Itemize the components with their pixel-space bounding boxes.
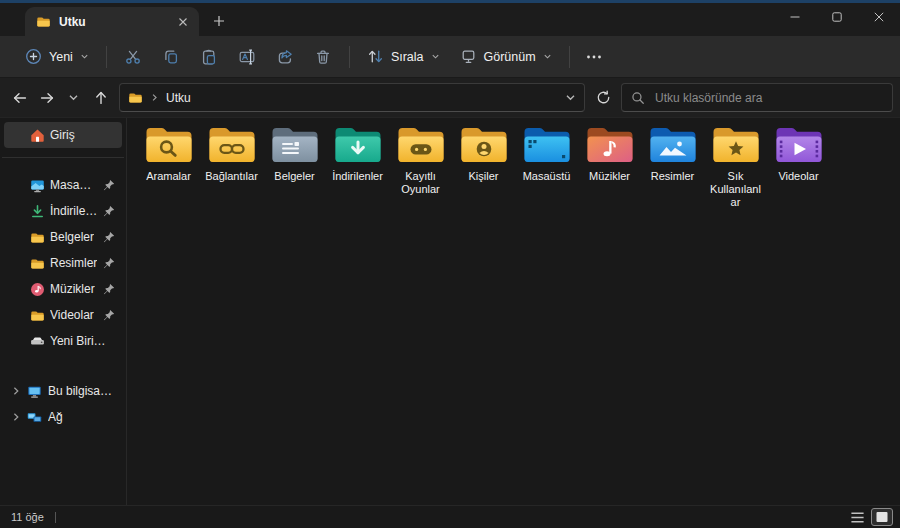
arrow-left-icon — [12, 90, 28, 106]
address-dropdown-icon[interactable] — [565, 92, 576, 103]
search-input[interactable] — [653, 90, 883, 106]
file-explorer-window: Utku Yeni — [0, 0, 900, 528]
separator — [106, 46, 107, 68]
sidebar-item-ag[interactable]: Ağ — [4, 404, 122, 430]
refresh-button[interactable] — [589, 83, 618, 112]
chevron-down-icon — [431, 52, 440, 61]
sidebar-item-videolar[interactable]: Videolar — [4, 302, 122, 328]
folder-icon — [128, 90, 143, 105]
desktop-icon — [30, 178, 45, 193]
view-toggle-group — [846, 508, 893, 526]
view-icon — [460, 48, 477, 65]
recent-locations-button[interactable] — [60, 84, 87, 112]
large-icons-view-button[interactable] — [871, 508, 893, 526]
sidebar-item-yeni-birim-d[interactable]: Yeni Birim (D:) — [4, 328, 122, 354]
more-options-button[interactable] — [577, 40, 611, 74]
sidebar-item-label: Masaüstü — [50, 178, 98, 192]
breadcrumb-chevron-icon — [150, 93, 159, 102]
back-button[interactable] — [6, 84, 33, 112]
close-button[interactable] — [858, 0, 900, 33]
details-view-button[interactable] — [846, 508, 868, 526]
expand-chevron[interactable] — [11, 386, 21, 396]
sidebar-item-label: Yeni Birim (D:) — [50, 334, 115, 348]
up-button[interactable] — [87, 84, 114, 112]
rename-button[interactable] — [228, 40, 266, 74]
copy-button[interactable] — [152, 40, 190, 74]
file-item-sik-kullanilanlar[interactable]: Sık Kullanılanlar — [704, 121, 767, 209]
breadcrumb[interactable]: Utku — [166, 91, 191, 105]
address-bar[interactable]: Utku — [119, 83, 585, 112]
sidebar-item-label: Bu bilgisayar — [48, 384, 115, 398]
file-item-indirilenler[interactable]: İndirilenler — [326, 121, 389, 183]
muzikler-folder-icon — [586, 121, 634, 169]
sidebar-item-masaustu[interactable]: Masaüstü — [4, 172, 122, 198]
close-icon — [874, 12, 884, 22]
paste-icon — [200, 48, 218, 66]
file-item-label: İndirilenler — [332, 170, 383, 183]
sidebar-item-label: Belgeler — [50, 230, 94, 244]
address-row: Utku — [0, 78, 900, 118]
file-item-kisiler[interactable]: Kişiler — [452, 121, 515, 183]
minimize-button[interactable] — [774, 0, 816, 33]
cut-button[interactable] — [114, 40, 152, 74]
file-item-belgeler[interactable]: Belgeler — [263, 121, 326, 183]
expand-chevron[interactable] — [11, 412, 21, 422]
file-item-videolar[interactable]: Videolar — [767, 121, 830, 183]
navigation-pane: Giriş MasaüstüİndirilenlerBelgelerResiml… — [0, 118, 127, 505]
sidebar-item-belgeler[interactable]: Belgeler — [4, 224, 122, 250]
sidebar-item-label: Resimler — [50, 256, 97, 270]
window-controls — [774, 0, 900, 33]
copy-icon — [162, 48, 180, 66]
titlebar[interactable]: Utku — [0, 3, 900, 36]
chevron-down-icon — [68, 92, 79, 103]
sidebar-item-bu-bilgisayar[interactable]: Bu bilgisayar — [4, 378, 122, 404]
pin-icon — [103, 179, 115, 191]
window-body: Giriş MasaüstüİndirilenlerBelgelerResiml… — [0, 118, 900, 505]
sidebar-item-resimler[interactable]: Resimler — [4, 250, 122, 276]
folder-content-area[interactable]: AramalarBağlantılarBelgelerİndirilenlerK… — [127, 118, 900, 505]
file-item-label: Kişiler — [469, 170, 499, 183]
tab-title: Utku — [59, 15, 173, 29]
file-item-kayitli-oyunlar[interactable]: Kayıtlı Oyunlar — [389, 121, 452, 196]
aramalar-folder-icon — [145, 121, 193, 169]
sort-button[interactable]: Sırala — [357, 41, 450, 73]
separator — [55, 512, 56, 523]
forward-button[interactable] — [33, 84, 60, 112]
search-box[interactable] — [621, 83, 893, 112]
computer-icon — [27, 384, 42, 399]
paste-button[interactable] — [190, 40, 228, 74]
search-icon — [631, 91, 645, 105]
large-icons-view-icon — [875, 511, 889, 523]
refresh-icon — [596, 90, 611, 105]
maximize-button[interactable] — [816, 0, 858, 33]
new-button[interactable]: Yeni — [15, 41, 99, 73]
sidebar-item-indirilenler[interactable]: İndirilenler — [4, 198, 122, 224]
chevron-down-icon — [80, 52, 89, 61]
items-grid: AramalarBağlantılarBelgelerİndirilenlerK… — [137, 121, 900, 217]
file-item-resimler[interactable]: Resimler — [641, 121, 704, 183]
new-tab-button[interactable] — [206, 8, 232, 34]
file-item-aramalar[interactable]: Aramalar — [137, 121, 200, 183]
file-item-muzikler[interactable]: Müzikler — [578, 121, 641, 183]
sidebar-item-giris[interactable]: Giriş — [4, 122, 122, 148]
tab-utku[interactable]: Utku — [25, 7, 199, 36]
sidebar-item-label: Ağ — [48, 410, 63, 424]
plus-circle-icon — [25, 48, 42, 65]
file-item-baglantilar[interactable]: Bağlantılar — [200, 121, 263, 183]
file-item-label: Bağlantılar — [205, 170, 258, 183]
pin-icon — [103, 205, 115, 217]
delete-button[interactable] — [304, 40, 342, 74]
sidebar-item-muzikler[interactable]: Müzikler — [4, 276, 122, 302]
pin-icon — [103, 283, 115, 295]
sidebar-drives-section: Yeni Birim (D:) — [0, 328, 126, 354]
rename-icon — [238, 48, 256, 66]
minimize-icon — [790, 12, 800, 22]
pin-icon — [103, 231, 115, 243]
file-item-masaustu[interactable]: Masaüstü — [515, 121, 578, 183]
belgeler-folder-icon — [271, 121, 319, 169]
tab-close-button[interactable] — [173, 12, 193, 32]
indirilenler-folder-icon — [334, 121, 382, 169]
view-button[interactable]: Görünüm — [450, 41, 562, 73]
share-button[interactable] — [266, 40, 304, 74]
sidebar-home-section: Giriş — [0, 122, 126, 148]
